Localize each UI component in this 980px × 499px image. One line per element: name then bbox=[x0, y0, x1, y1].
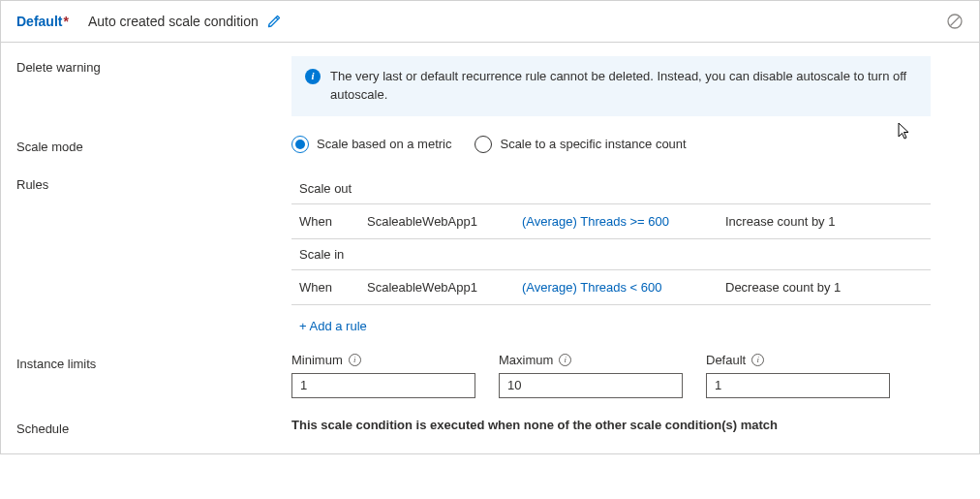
required-mark: * bbox=[63, 14, 68, 29]
infobar-text: The very last or default recurrence rule… bbox=[330, 68, 917, 105]
row-schedule: Schedule This scale condition is execute… bbox=[16, 418, 964, 436]
rule-when: When bbox=[299, 214, 367, 229]
label-scale-mode: Scale mode bbox=[16, 136, 291, 154]
rule-resource: ScaleableWebApp1 bbox=[367, 280, 522, 295]
default-input[interactable] bbox=[706, 373, 890, 398]
condition-subtitle: Auto created scale condition bbox=[88, 14, 259, 29]
label-delete-warning: Delete warning bbox=[16, 56, 291, 75]
scale-mode-radio-group: Scale based on a metric Scale to a speci… bbox=[291, 136, 964, 153]
maximum-input[interactable] bbox=[499, 373, 683, 398]
row-instance-limits: Instance limits Minimum i Maximum i bbox=[16, 353, 964, 398]
panel-body: Delete warning i The very last or defaul… bbox=[1, 43, 979, 453]
disable-icon[interactable] bbox=[946, 13, 964, 30]
label-rules: Rules bbox=[16, 173, 291, 192]
info-icon[interactable]: i bbox=[751, 354, 764, 366]
radio-icon bbox=[475, 136, 492, 153]
rule-row-out[interactable]: When ScaleableWebApp1 (Average) Threads … bbox=[291, 204, 931, 239]
rule-when: When bbox=[299, 280, 367, 295]
info-icon[interactable]: i bbox=[349, 354, 361, 366]
radio-metric-label: Scale based on a metric bbox=[317, 137, 451, 151]
maximum-field: Maximum i bbox=[499, 353, 683, 398]
condition-name-text: Default bbox=[16, 14, 62, 29]
svg-line-1 bbox=[951, 17, 960, 26]
row-scale-mode: Scale mode Scale based on a metric Scale… bbox=[16, 136, 964, 154]
row-rules: Rules Scale out When ScaleableWebApp1 (A… bbox=[16, 173, 964, 333]
minimum-label: Minimum bbox=[291, 353, 343, 367]
radio-fixed-label: Scale to a specific instance count bbox=[500, 137, 686, 151]
info-icon[interactable]: i bbox=[559, 354, 571, 366]
default-field: Default i bbox=[706, 353, 890, 398]
rule-action: Decrease count by 1 bbox=[725, 280, 900, 295]
rules-section-out: Scale out bbox=[291, 173, 931, 204]
rule-resource: ScaleableWebApp1 bbox=[367, 214, 522, 229]
rule-condition: (Average) Threads >= 600 bbox=[522, 214, 725, 229]
rules-section-in: Scale in bbox=[291, 239, 931, 270]
label-instance-limits: Instance limits bbox=[16, 353, 291, 371]
instance-limits-group: Minimum i Maximum i De bbox=[291, 353, 964, 398]
add-rule-button[interactable]: + Add a rule bbox=[291, 305, 931, 333]
condition-name[interactable]: Default* bbox=[16, 14, 69, 29]
delete-warning-infobar: i The very last or default recurrence ru… bbox=[291, 56, 931, 116]
panel-header: Default* Auto created scale condition bbox=[1, 1, 979, 43]
schedule-text: This scale condition is executed when no… bbox=[291, 418, 778, 432]
minimum-input[interactable] bbox=[291, 373, 475, 398]
maximum-label: Maximum bbox=[499, 353, 553, 367]
default-label: Default bbox=[706, 353, 746, 367]
scale-condition-panel: Default* Auto created scale condition De… bbox=[0, 0, 980, 454]
radio-metric[interactable]: Scale based on a metric bbox=[291, 136, 451, 153]
edit-icon[interactable] bbox=[266, 14, 282, 29]
row-delete-warning: Delete warning i The very last or defaul… bbox=[16, 56, 964, 116]
radio-fixed[interactable]: Scale to a specific instance count bbox=[475, 136, 686, 153]
rules-table: Scale out When ScaleableWebApp1 (Average… bbox=[291, 173, 931, 333]
radio-icon bbox=[291, 136, 309, 153]
rule-row-in[interactable]: When ScaleableWebApp1 (Average) Threads … bbox=[291, 270, 931, 305]
label-schedule: Schedule bbox=[16, 418, 291, 436]
rule-condition: (Average) Threads < 600 bbox=[522, 280, 725, 295]
info-icon: i bbox=[305, 69, 321, 84]
rule-action: Increase count by 1 bbox=[725, 214, 900, 229]
minimum-field: Minimum i bbox=[291, 353, 475, 398]
